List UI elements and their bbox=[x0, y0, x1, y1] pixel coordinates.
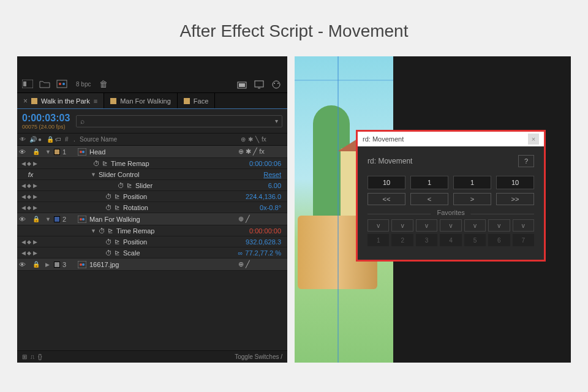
property-row[interactable]: ◀ ◆ ▶⏱⊵Position224.4,136.0 bbox=[17, 191, 287, 202]
nav-button[interactable]: > bbox=[453, 193, 491, 205]
stopwatch-icon[interactable]: ⏱ bbox=[93, 160, 100, 167]
menu-icon[interactable]: ≡ bbox=[94, 97, 97, 105]
favorite-apply-button[interactable]: v bbox=[488, 219, 510, 232]
expand-icon[interactable]: ▼ bbox=[45, 149, 54, 155]
graph-icon[interactable]: ⊵ bbox=[115, 249, 119, 256]
layer-row[interactable]: 👁🔒▶316617.jpg⊕ ╱ bbox=[17, 258, 287, 271]
keyframe-nav[interactable]: ◀ ◆ ▶ bbox=[17, 194, 42, 200]
nav-button[interactable]: < bbox=[410, 193, 448, 205]
current-timecode[interactable]: 0:00:03:03 bbox=[22, 113, 70, 124]
monitor-icon[interactable] bbox=[254, 80, 265, 89]
favorite-slot[interactable]: 3 bbox=[416, 234, 437, 246]
step-input[interactable]: 10 bbox=[496, 176, 534, 189]
bpc-label[interactable]: 8 bpc bbox=[74, 81, 93, 88]
property-value[interactable]: 0:00:00:00 bbox=[249, 227, 281, 235]
expand-icon[interactable]: ▼ bbox=[91, 172, 96, 178]
folder-icon[interactable] bbox=[39, 80, 50, 88]
expand-icon[interactable]: ▶ bbox=[45, 262, 54, 268]
snapshot-icon[interactable] bbox=[237, 80, 248, 89]
graph-icon[interactable]: ⊵ bbox=[102, 160, 107, 167]
bracket-icon[interactable]: {} bbox=[38, 353, 42, 360]
step-input[interactable]: 1 bbox=[410, 176, 448, 189]
layer-switches[interactable]: ⊕ ╱ bbox=[238, 260, 287, 268]
property-row[interactable]: ◀ ◆ ▶⏱⊵Slider6.00 bbox=[17, 180, 287, 191]
step-input[interactable]: 10 bbox=[368, 176, 405, 189]
keyframe-nav[interactable]: ◀ ◆ ▶ bbox=[17, 183, 42, 189]
favorite-apply-button[interactable]: v bbox=[391, 219, 413, 232]
favorite-apply-button[interactable]: v bbox=[440, 219, 461, 232]
keyframe-nav[interactable]: ◀ ◆ ▶ bbox=[17, 250, 42, 256]
visibility-toggle[interactable]: 👁 bbox=[17, 148, 27, 156]
favorite-apply-button[interactable]: v bbox=[464, 219, 486, 232]
close-icon[interactable]: × bbox=[528, 134, 539, 145]
stopwatch-icon[interactable]: ⏱ bbox=[105, 193, 112, 200]
close-icon[interactable]: × bbox=[23, 97, 28, 105]
property-row[interactable]: fx▼ Slider ControlReset bbox=[17, 169, 287, 180]
layer-row[interactable]: 👁🔒▼2Man For Walking⊕ ╱ bbox=[17, 213, 287, 225]
lock-toggle[interactable]: 🔒 bbox=[27, 216, 45, 222]
layer-search[interactable]: ⌕ ▾ bbox=[76, 115, 282, 127]
color-label[interactable] bbox=[54, 262, 60, 268]
favorite-slot[interactable]: 5 bbox=[464, 234, 486, 246]
keyframe-nav[interactable]: ◀ ◆ ▶ bbox=[17, 205, 42, 211]
lock-toggle[interactable]: 🔒 bbox=[27, 261, 45, 268]
comp-icon[interactable] bbox=[56, 80, 67, 88]
layer-switches[interactable]: ⊕ ✱ ╱ fx bbox=[238, 148, 287, 156]
favorite-apply-button[interactable]: v bbox=[513, 219, 534, 232]
graph-icon[interactable]: ⊵ bbox=[108, 227, 113, 234]
favorite-apply-button[interactable]: v bbox=[368, 219, 389, 232]
stopwatch-icon[interactable]: ⏱ bbox=[105, 238, 112, 246]
layer-switches[interactable]: ⊕ ╱ bbox=[238, 215, 287, 223]
toggle-switches-button[interactable]: Toggle Switches / bbox=[235, 353, 287, 360]
property-value[interactable]: 224.4,136.0 bbox=[246, 193, 281, 200]
property-row[interactable]: ◀ ◆ ▶⏱⊵Position932.0,628.3 bbox=[17, 236, 287, 247]
nav-button[interactable]: >> bbox=[496, 193, 534, 205]
visibility-toggle[interactable]: 👁 bbox=[17, 216, 27, 223]
property-row[interactable]: ◀ ◆ ▶⏱⊵Scale∞77.2,77.2 % bbox=[17, 247, 287, 258]
property-value[interactable]: 0x-0.8° bbox=[260, 204, 281, 211]
color-label[interactable] bbox=[54, 149, 60, 155]
link-icon[interactable]: ∞ bbox=[238, 249, 243, 257]
nav-button[interactable]: << bbox=[368, 193, 405, 205]
layer-row[interactable]: 👁🔒▼1Head⊕ ✱ ╱ fx bbox=[17, 146, 287, 158]
color-label[interactable] bbox=[54, 216, 60, 222]
render-icon[interactable]: ⊞ bbox=[22, 353, 27, 360]
visibility-toggle[interactable]: 👁 bbox=[17, 261, 27, 268]
lock-toggle[interactable]: 🔒 bbox=[27, 148, 45, 155]
property-row[interactable]: ◀ ◆ ▶⏱⊵Rotation0x-0.8° bbox=[17, 202, 287, 213]
expand-icon[interactable]: ▼ bbox=[45, 216, 54, 222]
property-value[interactable]: ∞77.2,77.2 % bbox=[238, 249, 281, 257]
property-value[interactable]: 6.00 bbox=[268, 182, 281, 189]
graph-icon[interactable]: ⊵ bbox=[127, 182, 132, 189]
step-input[interactable]: 1 bbox=[453, 176, 491, 189]
favorite-slot[interactable]: 6 bbox=[488, 234, 510, 246]
stopwatch-icon[interactable]: ⏱ bbox=[105, 204, 112, 211]
stopwatch-icon[interactable]: ⏱ bbox=[99, 227, 105, 235]
stopwatch-icon[interactable]: ⏱ bbox=[118, 182, 124, 189]
graph-icon[interactable]: ⎍ bbox=[31, 353, 34, 360]
property-value[interactable]: 0:00:00:06 bbox=[249, 160, 281, 167]
graph-icon[interactable]: ⊵ bbox=[115, 238, 119, 245]
stopwatch-icon[interactable]: ⏱ bbox=[105, 249, 112, 257]
property-row[interactable]: ◀ ◆ ▶⏱⊵Time Remap0:00:00:06 bbox=[17, 158, 287, 169]
tab-face[interactable]: Face bbox=[178, 93, 215, 108]
keyframe-nav[interactable]: ◀ ◆ ▶ bbox=[17, 239, 42, 245]
property-row[interactable]: ▼ ⏱⊵Time Remap0:00:00:00 bbox=[17, 225, 287, 236]
expand-icon[interactable]: ▼ bbox=[91, 228, 96, 234]
panel-titlebar[interactable]: rd: Movement × bbox=[358, 132, 544, 146]
favorite-slot[interactable]: 2 bbox=[391, 234, 413, 246]
graph-icon[interactable]: ⊵ bbox=[115, 193, 119, 200]
favorite-slot[interactable]: 1 bbox=[368, 234, 389, 246]
panel-icon[interactable] bbox=[22, 80, 33, 88]
tab-man-for-walking[interactable]: Man For Walking bbox=[104, 93, 178, 108]
favorite-slot[interactable]: 4 bbox=[440, 234, 461, 246]
favorite-apply-button[interactable]: v bbox=[416, 219, 437, 232]
property-value[interactable]: Reset bbox=[263, 171, 281, 178]
tab-walk-in-park[interactable]: × Walk in the Park ≡ bbox=[17, 93, 104, 108]
trash-icon[interactable]: 🗑 bbox=[99, 79, 108, 89]
property-value[interactable]: 932.0,628.3 bbox=[246, 238, 281, 246]
graph-icon[interactable]: ⊵ bbox=[115, 204, 119, 211]
help-button[interactable]: ? bbox=[518, 155, 534, 167]
face-icon[interactable] bbox=[271, 80, 282, 89]
keyframe-nav[interactable]: ◀ ◆ ▶ bbox=[17, 160, 42, 167]
